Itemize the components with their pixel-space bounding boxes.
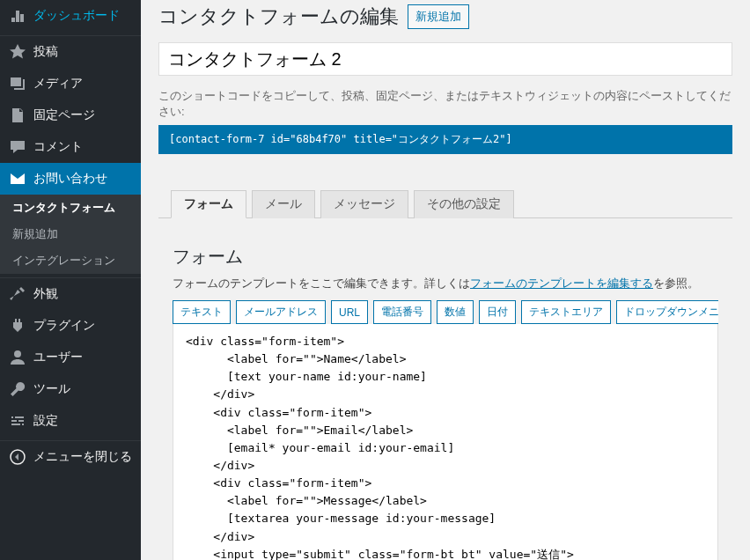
menu-label: お問い合わせ — [33, 171, 107, 187]
settings-icon — [9, 412, 26, 430]
desc-text: フォームのテンプレートをここで編集できます。詳しくは — [173, 276, 470, 290]
tag-text[interactable]: テキスト — [173, 300, 231, 324]
tag-date[interactable]: 日付 — [479, 300, 516, 324]
template-help-link[interactable]: フォームのテンプレートを編集する — [470, 276, 653, 290]
menu-label: 外観 — [33, 286, 58, 302]
svg-point-0 — [14, 350, 21, 357]
main-content: コンタクトフォームの編集 新規追加 このショートコードをコピーして、投稿、固定ペ… — [141, 0, 750, 560]
pin-icon — [9, 43, 26, 61]
tag-textarea[interactable]: テキストエリア — [521, 300, 611, 324]
tool-icon — [9, 380, 26, 398]
shortcode-help-text: このショートコードをコピーして、投稿、固定ページ、またはテキストウィジェットの内… — [158, 88, 732, 120]
menu-label: 設定 — [33, 413, 58, 429]
comment-icon — [9, 138, 26, 156]
dashboard-icon — [9, 7, 26, 25]
media-icon — [9, 75, 26, 92]
form-title-input[interactable] — [158, 42, 732, 76]
menu-label: ツール — [33, 381, 70, 397]
menu-plugins[interactable]: プラグイン — [0, 310, 141, 342]
admin-sidebar: ダッシュボード 投稿 メディア 固定ページ コメント お問い合わせ コンタクトフ… — [0, 0, 141, 560]
mail-icon — [9, 170, 26, 188]
page-title: コンタクトフォームの編集 — [158, 4, 399, 30]
submenu-contact-forms[interactable]: コンタクトフォーム — [0, 195, 141, 221]
menu-pages[interactable]: 固定ページ — [0, 99, 141, 131]
appearance-icon — [9, 285, 26, 303]
menu-label: ダッシュボード — [33, 8, 120, 24]
plugin-icon — [9, 317, 26, 335]
menu-label: ユーザー — [33, 350, 83, 365]
tag-dropdown[interactable]: ドロップダウンメニュー — [616, 300, 718, 324]
tag-generator-row: テキスト メールアドレス URL 電話番号 数値 日付 テキストエリア ドロップ… — [173, 300, 718, 324]
form-template-textarea[interactable] — [173, 324, 718, 560]
tab-form[interactable]: フォーム — [171, 190, 246, 218]
panel-description: フォームのテンプレートをここで編集できます。詳しくはフォームのテンプレートを編集… — [173, 276, 718, 291]
menu-users[interactable]: ユーザー — [0, 342, 141, 373]
submenu-integration[interactable]: インテグレーション — [0, 247, 141, 274]
tab-messages[interactable]: メッセージ — [320, 190, 408, 218]
submenu-contact: コンタクトフォーム 新規追加 インテグレーション — [0, 195, 141, 274]
collapse-icon — [9, 448, 26, 466]
add-new-button[interactable]: 新規追加 — [408, 4, 469, 29]
panel-heading: フォーム — [173, 245, 718, 269]
menu-label: コメント — [33, 139, 83, 155]
tag-url[interactable]: URL — [331, 300, 368, 324]
menu-contact[interactable]: お問い合わせ — [0, 163, 141, 195]
menu-tools[interactable]: ツール — [0, 373, 141, 405]
tag-number[interactable]: 数値 — [437, 300, 474, 324]
submenu-add-new[interactable]: 新規追加 — [0, 221, 141, 247]
tab-additional[interactable]: その他の設定 — [414, 190, 514, 218]
menu-label: メディア — [33, 76, 83, 92]
menu-posts[interactable]: 投稿 — [0, 36, 141, 68]
user-icon — [9, 349, 26, 366]
tag-tel[interactable]: 電話番号 — [373, 300, 431, 324]
menu-dashboard[interactable]: ダッシュボード — [0, 0, 141, 32]
shortcode-display[interactable]: [contact-form-7 id="68b4f70" title="コンタク… — [158, 125, 732, 154]
menu-comments[interactable]: コメント — [0, 131, 141, 163]
desc-text: を参照。 — [653, 276, 699, 290]
tab-row: フォーム メール メッセージ その他の設定 — [158, 189, 732, 218]
menu-label: プラグイン — [33, 318, 95, 334]
menu-label: 投稿 — [33, 44, 58, 60]
menu-label: 固定ページ — [33, 107, 95, 123]
menu-settings[interactable]: 設定 — [0, 405, 141, 437]
menu-label: メニューを閉じる — [33, 449, 132, 465]
menu-collapse[interactable]: メニューを閉じる — [0, 441, 141, 473]
tag-email[interactable]: メールアドレス — [236, 300, 326, 324]
menu-media[interactable]: メディア — [0, 68, 141, 99]
tab-mail[interactable]: メール — [252, 190, 315, 218]
page-icon — [9, 107, 26, 124]
form-panel: フォーム フォームのテンプレートをここで編集できます。詳しくはフォームのテンプレ… — [158, 218, 732, 560]
menu-appearance[interactable]: 外観 — [0, 278, 141, 310]
